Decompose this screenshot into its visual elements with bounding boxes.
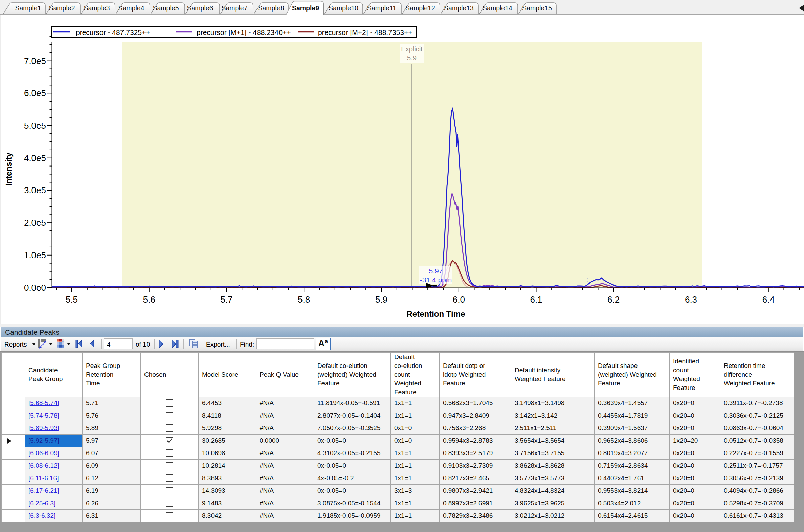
svg-text:Sample5: Sample5 xyxy=(153,4,179,12)
svg-text:6.0e5: 6.0e5 xyxy=(24,88,46,98)
svg-text:Sample6: Sample6 xyxy=(187,4,213,12)
svg-text:precursor [M+1] - 488.2340++: precursor [M+1] - 488.2340++ xyxy=(197,28,291,36)
svg-text:2.0e5: 2.0e5 xyxy=(24,217,46,228)
svg-text:Sample2: Sample2 xyxy=(49,4,75,12)
svg-text:Sample1: Sample1 xyxy=(15,4,41,12)
svg-text:Sample9: Sample9 xyxy=(292,4,319,12)
svg-text:Sample4: Sample4 xyxy=(118,4,145,12)
svg-text:6.0: 6.0 xyxy=(453,294,465,305)
svg-text:5.97: 5.97 xyxy=(429,267,443,275)
svg-text:6.1: 6.1 xyxy=(530,294,542,305)
svg-text:precursor [M+2] - 488.7353++: precursor [M+2] - 488.7353++ xyxy=(318,28,412,36)
svg-text:Sample13: Sample13 xyxy=(444,4,474,12)
svg-text:Sample10: Sample10 xyxy=(329,4,358,12)
svg-text:Sample3: Sample3 xyxy=(84,4,110,12)
svg-text:Sample14: Sample14 xyxy=(482,4,512,12)
svg-text:6.2: 6.2 xyxy=(607,294,619,305)
svg-text:6.3: 6.3 xyxy=(685,294,697,305)
svg-text:Sample7: Sample7 xyxy=(222,4,248,12)
svg-text:5.5: 5.5 xyxy=(66,294,78,305)
svg-text:5.8: 5.8 xyxy=(298,294,310,305)
svg-text:7.0e5: 7.0e5 xyxy=(24,56,46,66)
svg-text:5.9: 5.9 xyxy=(375,294,387,305)
svg-text:5.6: 5.6 xyxy=(143,294,155,305)
svg-text:Intensity: Intensity xyxy=(4,152,13,186)
svg-text:Sample8: Sample8 xyxy=(258,4,284,12)
svg-text:6.4: 6.4 xyxy=(762,294,774,305)
svg-text:5.0e5: 5.0e5 xyxy=(24,120,46,131)
svg-text:3.0e5: 3.0e5 xyxy=(24,185,46,195)
svg-text:Sample12: Sample12 xyxy=(405,4,435,12)
svg-text:precursor - 487.7325++: precursor - 487.7325++ xyxy=(76,28,150,36)
svg-text:5.7: 5.7 xyxy=(220,294,232,305)
svg-text:-31.4 ppm: -31.4 ppm xyxy=(420,276,452,284)
svg-text:4.0e5: 4.0e5 xyxy=(24,153,46,163)
svg-text:Sample11: Sample11 xyxy=(367,4,396,12)
svg-text:5.9: 5.9 xyxy=(407,54,417,62)
svg-text:0.0e0: 0.0e0 xyxy=(24,283,46,293)
svg-text:Explicit: Explicit xyxy=(401,45,423,53)
svg-text:Retention Time: Retention Time xyxy=(407,309,465,319)
svg-text:1.0e5: 1.0e5 xyxy=(24,250,46,260)
svg-text:Sample15: Sample15 xyxy=(522,4,552,12)
